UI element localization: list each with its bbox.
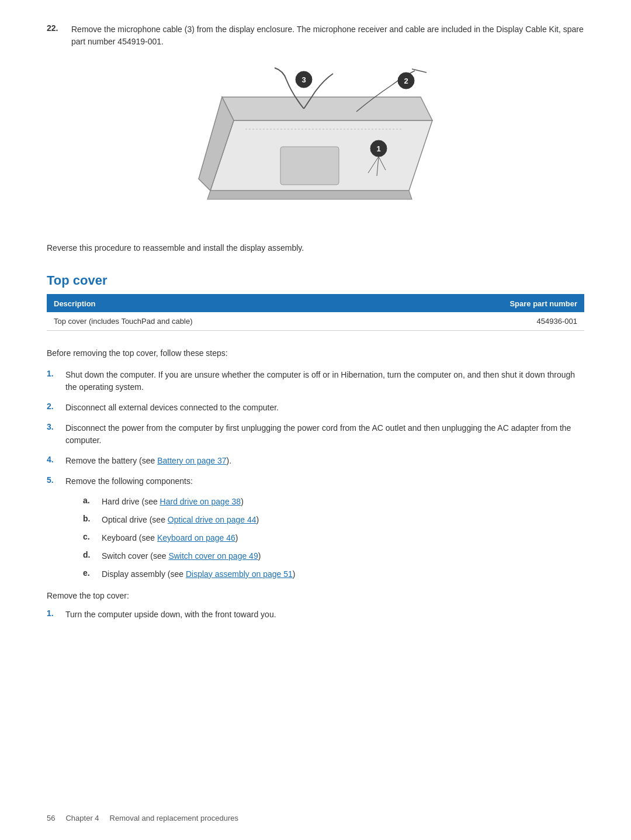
step-number: 4. [47, 455, 60, 467]
section-title: Top cover [47, 273, 584, 288]
step-number: 3. [47, 422, 60, 447]
list-item: d.Switch cover (see Switch cover on page… [83, 550, 584, 562]
list-item: 2.Disconnect all external devices connec… [47, 402, 584, 414]
before-note: Before removing the top cover, follow th… [47, 347, 584, 359]
table-row: Top cover (includes TouchPad and cable)4… [47, 312, 584, 331]
component-link[interactable]: Switch cover on page 49 [168, 551, 258, 561]
alpha-label: e. [83, 568, 96, 580]
chapter-label: Chapter 4 [65, 814, 99, 822]
step-22-text: Remove the microphone cable (3) from the… [71, 23, 584, 48]
diagram-container: 1 2 3 [47, 62, 584, 226]
page-number: 56 [47, 814, 55, 822]
step-number: 2. [47, 402, 60, 414]
alpha-label: b. [83, 514, 96, 526]
alpha-label: d. [83, 550, 96, 562]
list-item: b.Optical drive (see Optical drive on pa… [83, 514, 584, 526]
part-number: 454936-001 [397, 312, 584, 331]
component-link[interactable]: Display assembly on page 51 [186, 569, 293, 579]
svg-text:2: 2 [404, 77, 408, 85]
list-item: 5.Remove the following components: [47, 475, 584, 488]
component-link[interactable]: Optical drive on page 44 [168, 515, 256, 524]
list-item: c.Keyboard (see Keyboard on page 46) [83, 532, 584, 544]
step-number: 1. [47, 369, 60, 393]
list-item: e.Display assembly (see Display assembly… [83, 568, 584, 580]
component-link[interactable]: Keyboard on page 46 [157, 533, 235, 542]
list-item: 3.Disconnect the power from the computer… [47, 422, 584, 447]
alpha-label: c. [83, 532, 96, 544]
components-list: a.Hard drive (see Hard drive on page 38)… [83, 496, 584, 580]
col2-header: Spare part number [397, 295, 584, 312]
remove-note: Remove the top cover: [47, 591, 584, 600]
part-description: Top cover (includes TouchPad and cable) [47, 312, 397, 331]
svg-marker-1 [222, 97, 432, 120]
component-link[interactable]: Hard drive on page 38 [160, 497, 241, 506]
svg-rect-4 [280, 147, 339, 185]
battery-link[interactable]: Battery on page 37 [157, 456, 226, 465]
laptop-diagram: 1 2 3 [175, 62, 456, 226]
remove-steps-list: 1.Turn the computer upside down, with th… [47, 609, 584, 621]
alpha-label: a. [83, 496, 96, 508]
step-22: 22. Remove the microphone cable (3) from… [47, 23, 584, 48]
step-number: 5. [47, 475, 60, 488]
list-item: 1.Shut down the computer. If you are uns… [47, 369, 584, 393]
col1-header: Description [47, 295, 397, 312]
list-item: 4.Remove the battery (see Battery on pag… [47, 455, 584, 467]
list-item: 1.Turn the computer upside down, with th… [47, 609, 584, 621]
alpha-list-container: a.Hard drive (see Hard drive on page 38)… [47, 496, 584, 580]
svg-text:3: 3 [301, 75, 306, 84]
parts-table: Description Spare part number Top cover … [47, 295, 584, 331]
step-number: 1. [47, 609, 60, 621]
chapter-text: Removal and replacement procedures [110, 814, 238, 822]
list-item: a.Hard drive (see Hard drive on page 38) [83, 496, 584, 508]
svg-text:1: 1 [376, 144, 380, 153]
prereq-list: 1.Shut down the computer. If you are uns… [47, 369, 584, 580]
step-22-number: 22. [47, 23, 64, 48]
svg-marker-3 [207, 191, 412, 199]
reverse-note: Reverse this procedure to reassemble and… [47, 242, 584, 254]
footer: 56 Chapter 4 Removal and replacement pro… [47, 814, 584, 822]
